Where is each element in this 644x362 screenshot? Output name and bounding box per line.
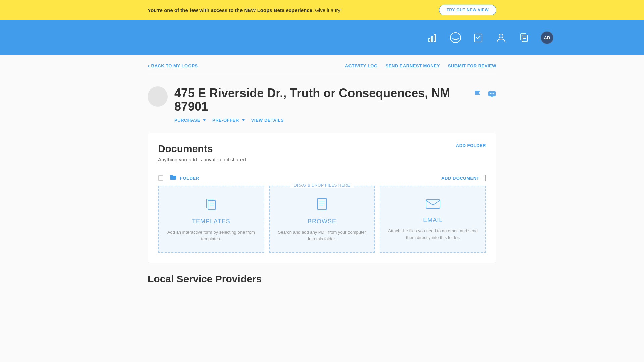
- analytics-icon[interactable]: [427, 32, 439, 44]
- documents-subtitle: Anything you add is private until shared…: [158, 157, 247, 162]
- browse-card[interactable]: BROWSE Search and add any PDF from your …: [269, 186, 375, 253]
- templates-desc: Add an interactive form by selecting one…: [165, 229, 257, 242]
- stage-dropdown[interactable]: PRE-OFFER: [212, 118, 245, 123]
- messages-icon[interactable]: [488, 90, 496, 100]
- svg-rect-16: [318, 198, 326, 210]
- svg-rect-20: [426, 200, 440, 208]
- folder-more-menu[interactable]: [485, 175, 486, 181]
- local-service-providers-title: Local Service Providers: [148, 273, 496, 285]
- folder-row: FOLDER ADD DOCUMENT: [158, 175, 486, 181]
- smile-icon[interactable]: [449, 32, 462, 44]
- back-to-loops-link[interactable]: BACK TO MY LOOPS: [148, 62, 198, 69]
- person-icon[interactable]: [495, 32, 507, 44]
- svg-point-3: [450, 33, 461, 43]
- add-folder-button[interactable]: ADD FOLDER: [456, 143, 486, 148]
- documents-card: Documents Anything you add is private un…: [148, 133, 496, 263]
- beta-banner-text: You're one of the few with access to the…: [148, 7, 342, 13]
- view-details-link[interactable]: VIEW DETAILS: [251, 118, 284, 123]
- svg-point-5: [499, 34, 503, 38]
- try-new-view-button[interactable]: TRY OUT NEW VIEW: [439, 5, 496, 15]
- browse-icon: [314, 196, 330, 213]
- templates-card[interactable]: TEMPLATES Add an interactive form by sel…: [158, 186, 264, 253]
- folder-icon: [170, 175, 176, 181]
- add-document-button[interactable]: ADD DOCUMENT: [441, 176, 479, 181]
- svg-point-12: [493, 93, 494, 94]
- send-earnest-money-link[interactable]: SEND EARNEST MONEY: [386, 63, 440, 68]
- svg-point-11: [492, 93, 493, 94]
- browse-desc: Search and add any PDF from your compute…: [276, 229, 368, 242]
- email-title: EMAIL: [423, 217, 443, 224]
- avatar[interactable]: AB: [541, 31, 553, 44]
- folder-label[interactable]: FOLDER: [180, 176, 199, 181]
- page-title: 475 E Riverside Dr., Truth or Consequenc…: [174, 86, 474, 113]
- email-icon: [425, 198, 441, 212]
- templates-title: TEMPLATES: [192, 218, 230, 225]
- email-desc: Attach the files you need to an email an…: [387, 228, 479, 241]
- submit-for-review-link[interactable]: SUBMIT FOR REVIEW: [448, 63, 496, 68]
- top-nav: AB: [0, 20, 644, 55]
- folder-checkbox[interactable]: [158, 175, 163, 181]
- activity-log-link[interactable]: ACTIVITY LOG: [345, 63, 378, 68]
- svg-rect-2: [434, 34, 435, 42]
- documents-icon[interactable]: [518, 32, 530, 44]
- flag-icon[interactable]: [474, 90, 482, 100]
- browse-title: BROWSE: [308, 218, 336, 225]
- svg-rect-0: [429, 38, 430, 42]
- templates-icon: [203, 196, 219, 213]
- drag-drop-label: DRAG & DROP FILES HERE: [290, 183, 354, 188]
- transaction-type-dropdown[interactable]: PURCHASE: [174, 118, 206, 123]
- svg-rect-1: [431, 36, 433, 42]
- loop-header: 475 E Riverside Dr., Truth or Consequenc…: [148, 74, 496, 133]
- subnav: BACK TO MY LOOPS ACTIVITY LOG SEND EARNE…: [148, 58, 496, 74]
- tasks-icon[interactable]: [472, 32, 484, 44]
- svg-point-10: [490, 93, 491, 94]
- documents-title: Documents: [158, 143, 247, 155]
- property-image-placeholder: [148, 86, 168, 107]
- beta-banner: You're one of the few with access to the…: [0, 0, 644, 20]
- email-card[interactable]: EMAIL Attach the files you need to an em…: [380, 186, 486, 253]
